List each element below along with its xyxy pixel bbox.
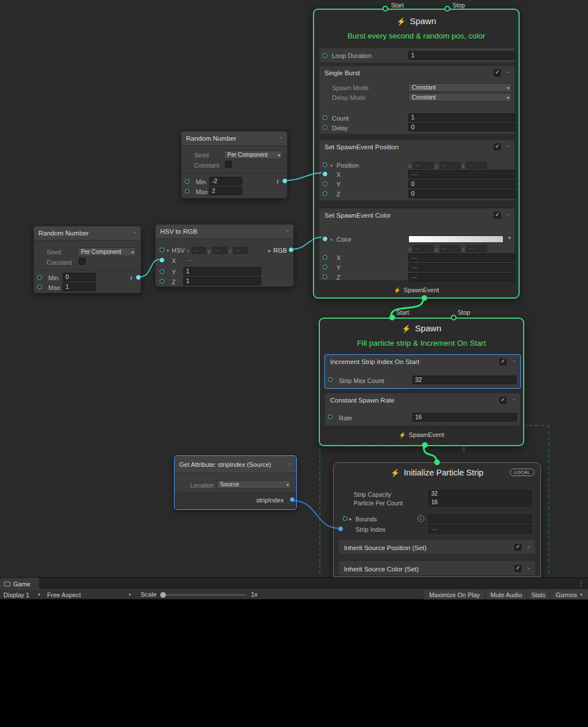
block-enabled-checkbox[interactable]: ✓	[514, 565, 521, 572]
location-dropdown[interactable]: Source	[216, 480, 291, 489]
z-input-port[interactable]	[160, 279, 164, 284]
tab-game[interactable]: Game	[0, 578, 39, 590]
delay-mode-dropdown[interactable]: Constant	[408, 93, 512, 102]
chevron-down-icon[interactable]: ⌄	[278, 134, 283, 140]
stop-flow-port[interactable]	[451, 315, 457, 320]
z-mini-field[interactable]: —	[466, 162, 487, 169]
context-spawn-burst[interactable]: Start Stop ⚡Spawn Burst every second & r…	[313, 9, 520, 299]
strip-index-port[interactable]	[338, 527, 343, 531]
y-input-port[interactable]	[160, 269, 164, 274]
max-input-port[interactable]	[37, 285, 42, 289]
gizmos-dropdown[interactable]: Gizmos▾	[550, 590, 588, 600]
delay-port[interactable]	[323, 125, 327, 130]
context-input-port[interactable]	[434, 459, 440, 465]
color-port[interactable]	[323, 237, 327, 241]
count-field[interactable]: 1	[408, 113, 515, 122]
block-header[interactable]: Constant Spawn Rate ✓ ⌄	[325, 393, 520, 407]
expander-down-icon[interactable]: ▼	[330, 238, 333, 242]
chevron-down-icon[interactable]: ⌄	[506, 68, 510, 74]
chevron-down-icon[interactable]: ⌄	[285, 227, 289, 233]
stripindex-output-port[interactable]	[290, 497, 295, 502]
node-header[interactable]: Get Attribute: stripIndex (Source) ⌄	[175, 456, 296, 473]
spawn-mode-dropdown[interactable]: Constant	[408, 83, 512, 92]
spawnevent-output-port[interactable]	[422, 442, 428, 448]
eyedropper-icon[interactable]: ⌖	[508, 234, 511, 242]
node-header[interactable]: Random Number ⌄	[34, 226, 141, 241]
expander-right-icon[interactable]: ▶	[349, 517, 352, 521]
y-mini-field[interactable]: —	[212, 247, 227, 254]
chevron-down-icon[interactable]: ⌄	[512, 396, 516, 401]
aspect-select[interactable]: Free Aspect▾	[45, 590, 133, 600]
node-random-number-bottom[interactable]: Random Number ⌄ Seed Per Component Const…	[33, 226, 141, 293]
block-set-spawnevent-color[interactable]: Set SpawnEvent Color ✓ ⌄ ▼ Color ⌖ x— y—…	[319, 208, 515, 281]
panel-menu-icon[interactable]: ⋮	[578, 579, 585, 587]
block-header[interactable]: Inherit Source Color (Set) ✓ ⌄	[339, 561, 535, 577]
block-constant-spawn-rate[interactable]: Constant Spawn Rate ✓ ⌄ Rate 16	[324, 393, 521, 426]
particle-per-count-field[interactable]: 16	[428, 498, 532, 506]
min-field[interactable]: 0	[63, 273, 96, 281]
position-z-port[interactable]	[323, 191, 327, 196]
y-mini-field[interactable]: —	[440, 245, 461, 252]
expander-down-icon[interactable]: ▼	[330, 164, 333, 168]
block-header[interactable]: Increment Strip Index On Start ✓ ⌄	[325, 355, 520, 369]
block-enabled-checkbox[interactable]: ✓	[500, 358, 506, 365]
strip-max-count-port[interactable]	[328, 377, 332, 382]
start-flow-port[interactable]	[389, 315, 395, 320]
chevron-down-icon[interactable]: ⌄	[506, 142, 510, 148]
stats-button[interactable]: Stats	[527, 590, 550, 600]
position-x-port[interactable]	[323, 172, 327, 176]
expander-down-icon[interactable]: ▼	[166, 249, 169, 253]
block-set-spawnevent-position[interactable]: Set SpawnEvent Position ✓ ⌄ ▼ Position x…	[319, 140, 515, 201]
count-port[interactable]	[323, 115, 327, 120]
constant-checkbox[interactable]	[79, 258, 86, 265]
min-field[interactable]: -2	[209, 177, 242, 185]
position-y-port[interactable]	[323, 181, 327, 186]
block-header[interactable]: Single Burst ✓ ⌄	[319, 66, 514, 80]
min-input-port[interactable]	[37, 275, 42, 280]
vfx-graph-canvas[interactable]: Particle Strip Random Number ⌄ Seed Per …	[0, 0, 588, 577]
rate-field[interactable]: 16	[412, 413, 517, 421]
min-input-port[interactable]	[185, 179, 189, 184]
y-mini-field[interactable]: —	[440, 162, 461, 169]
chevron-down-icon[interactable]: ⌄	[512, 357, 516, 363]
context-initialize-particle-strip[interactable]: ⚡Initialize Particle Strip LOCAL Strip C…	[333, 462, 541, 577]
max-field[interactable]: 1	[63, 283, 96, 291]
chevron-down-icon[interactable]: ⌄	[527, 543, 531, 549]
y-field[interactable]: 0	[408, 180, 515, 188]
max-field[interactable]: 2	[209, 187, 242, 195]
x-mini-field[interactable]: —	[191, 247, 206, 254]
node-header[interactable]: Random Number ⌄	[181, 132, 287, 146]
hsv-input-port[interactable]	[160, 248, 164, 252]
node-random-number-top[interactable]: Random Number ⌄ Seed Per Component Const…	[181, 131, 288, 199]
seed-dropdown[interactable]: Per Component	[78, 248, 136, 256]
z-field[interactable]: 0	[408, 190, 515, 198]
x-mini-field[interactable]: —	[413, 162, 434, 169]
block-enabled-checkbox[interactable]: ✓	[494, 69, 501, 76]
mute-audio-button[interactable]: Mute Audio	[485, 590, 527, 600]
random-output-port[interactable]	[136, 275, 141, 280]
color-x-port[interactable]	[323, 255, 327, 260]
x-mini-field[interactable]: —	[413, 245, 434, 252]
rgb-output-port[interactable]	[289, 248, 293, 252]
block-enabled-checkbox[interactable]: ✓	[494, 144, 501, 150]
loop-duration-field[interactable]: 1	[408, 51, 515, 60]
scale-slider-thumb[interactable]	[160, 592, 166, 598]
z-mini-field[interactable]: —	[466, 245, 487, 252]
delay-field[interactable]: 0	[408, 123, 515, 132]
chevron-down-icon[interactable]: ⌄	[288, 460, 292, 466]
strip-max-count-field[interactable]: 32	[412, 376, 517, 384]
color-z-port[interactable]	[323, 274, 327, 279]
block-increment-strip-index[interactable]: Increment Strip Index On Start ✓ ⌄ Strip…	[324, 354, 521, 389]
block-inherit-source-position[interactable]: Inherit Source Position (Set) ✓ ⌄	[338, 539, 536, 555]
local-space-icon[interactable]: L	[417, 515, 424, 522]
local-space-badge[interactable]: LOCAL	[510, 469, 535, 476]
chevron-down-icon[interactable]: ⌄	[527, 564, 531, 570]
scale-slider-track[interactable]	[163, 594, 246, 595]
block-enabled-checkbox[interactable]: ✓	[500, 397, 506, 404]
stop-flow-port[interactable]	[444, 6, 450, 11]
z-field[interactable]: 1	[183, 277, 261, 285]
block-header[interactable]: Set SpawnEvent Color ✓ ⌄	[319, 208, 514, 222]
node-header[interactable]: HSV to RGB ⌄	[156, 225, 293, 239]
max-input-port[interactable]	[185, 189, 189, 194]
loop-duration-port[interactable]	[323, 53, 327, 58]
